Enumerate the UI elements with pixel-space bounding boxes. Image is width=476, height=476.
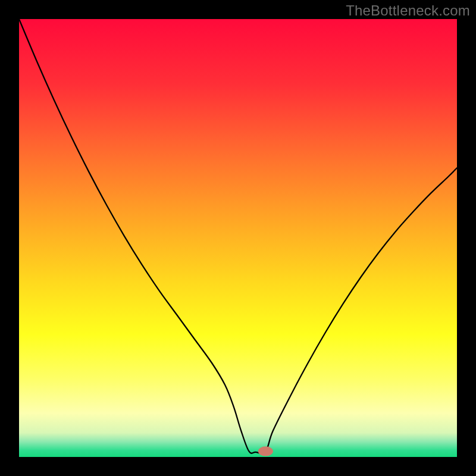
watermark-text: TheBottleneck.com — [346, 2, 470, 19]
chart-frame: TheBottleneck.com — [0, 0, 476, 476]
plot-background — [19, 19, 457, 457]
bottleneck-chart — [0, 0, 476, 476]
bottleneck-point-marker — [258, 446, 273, 456]
